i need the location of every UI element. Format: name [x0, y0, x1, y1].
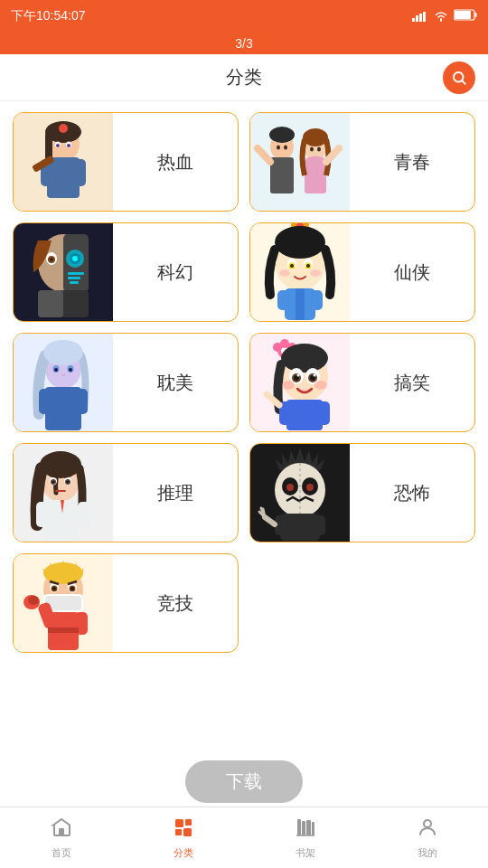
- download-button[interactable]: 下载: [185, 760, 303, 803]
- card-image-xianxia: [250, 222, 350, 322]
- char-sports: [14, 553, 113, 653]
- svg-point-94: [282, 381, 295, 390]
- category-hotblood[interactable]: 热血: [13, 112, 239, 212]
- svg-point-83: [280, 339, 289, 348]
- svg-rect-76: [39, 389, 52, 414]
- svg-rect-112: [78, 502, 90, 527]
- char-xianxia: [250, 222, 350, 322]
- category-label-comedy: 搞笑: [350, 371, 474, 395]
- category-horror[interactable]: 恐怖: [249, 443, 475, 542]
- nav-profile-label: 我的: [418, 846, 437, 860]
- svg-rect-156: [306, 820, 311, 835]
- svg-rect-66: [310, 290, 323, 310]
- svg-rect-98: [317, 401, 330, 425]
- category-sports[interactable]: 竞技: [13, 553, 239, 653]
- card-image-sports: [14, 553, 113, 653]
- nav-home[interactable]: 首页: [0, 807, 122, 868]
- status-bar: 下午10:54:07: [0, 0, 488, 33]
- svg-point-55: [275, 226, 325, 259]
- svg-rect-111: [36, 502, 49, 527]
- svg-rect-44: [68, 272, 84, 275]
- nav-profile[interactable]: 我的: [366, 807, 488, 868]
- category-grid: 热血: [0, 101, 488, 664]
- svg-rect-150: [175, 819, 183, 827]
- card-image-scifi: [14, 222, 113, 322]
- char-youth: [250, 112, 350, 212]
- svg-point-74: [69, 368, 72, 372]
- svg-rect-48: [38, 290, 63, 317]
- category-label-mystery: 推理: [113, 481, 238, 505]
- svg-point-142: [70, 587, 74, 590]
- nav-bookshelf[interactable]: 书架: [244, 807, 366, 868]
- svg-rect-154: [297, 819, 301, 835]
- page-title: 分类: [226, 65, 262, 90]
- svg-point-107: [52, 481, 55, 484]
- svg-rect-3: [423, 12, 426, 22]
- char-mystery: [14, 443, 113, 542]
- card-image-hotblood: [14, 112, 113, 212]
- bookshelf-icon: [295, 816, 316, 844]
- svg-rect-153: [183, 828, 192, 836]
- svg-rect-5: [455, 11, 471, 19]
- category-icon: [173, 816, 194, 844]
- card-image-youth: [250, 112, 350, 212]
- category-label-xianxia: 仙侠: [350, 260, 474, 285]
- svg-line-8: [462, 80, 465, 83]
- wifi-icon: [434, 11, 448, 22]
- category-mystery[interactable]: 推理: [13, 443, 239, 542]
- category-label-beauty: 耽美: [113, 371, 238, 395]
- svg-rect-77: [75, 389, 88, 414]
- category-label-sports: 竞技: [113, 591, 238, 616]
- status-time: 下午10:54:07: [11, 8, 86, 24]
- svg-rect-155: [302, 821, 305, 835]
- battery-icon: [454, 9, 477, 21]
- char-scifi: [14, 222, 113, 322]
- svg-point-33: [310, 147, 314, 152]
- svg-rect-152: [175, 829, 182, 835]
- svg-rect-45: [68, 277, 80, 279]
- char-hotblood: [14, 112, 113, 212]
- svg-point-19: [67, 144, 70, 147]
- svg-rect-1: [416, 15, 418, 22]
- svg-point-148: [28, 596, 39, 605]
- nav-category[interactable]: 分类: [122, 807, 244, 868]
- svg-rect-146: [48, 627, 79, 633]
- svg-rect-0: [412, 18, 415, 22]
- svg-point-70: [43, 340, 83, 365]
- svg-rect-151: [185, 819, 192, 826]
- category-comedy[interactable]: 搞笑: [249, 333, 475, 432]
- svg-rect-2: [419, 14, 422, 22]
- svg-point-60: [290, 264, 294, 268]
- char-beauty: [14, 333, 113, 432]
- category-label-youth: 青春: [350, 150, 474, 175]
- svg-point-62: [279, 269, 290, 277]
- svg-point-159: [424, 820, 431, 827]
- category-label-horror: 恐怖: [350, 481, 474, 505]
- svg-point-61: [306, 264, 310, 268]
- char-comedy: [250, 333, 350, 432]
- card-image-comedy: [250, 333, 350, 432]
- svg-point-93: [314, 374, 316, 377]
- category-beauty[interactable]: 耽美: [13, 333, 239, 432]
- category-youth[interactable]: 青春: [249, 112, 475, 212]
- svg-point-40: [72, 256, 78, 261]
- category-xianxia[interactable]: 仙侠: [249, 222, 475, 322]
- category-scifi[interactable]: 科幻: [13, 222, 239, 322]
- svg-point-92: [297, 374, 300, 377]
- svg-rect-65: [277, 290, 290, 310]
- svg-point-141: [52, 587, 56, 590]
- svg-rect-46: [70, 281, 79, 284]
- svg-point-95: [314, 381, 327, 390]
- battery-level: [454, 9, 477, 24]
- signal-icon: [412, 11, 428, 22]
- svg-point-32: [284, 146, 287, 150]
- svg-point-25: [269, 127, 295, 143]
- nav-category-label: 分类: [174, 846, 193, 860]
- search-button[interactable]: [443, 61, 475, 94]
- svg-point-108: [67, 481, 70, 484]
- svg-point-18: [56, 144, 60, 147]
- nav-home-label: 首页: [52, 846, 71, 860]
- svg-point-134: [43, 562, 83, 584]
- svg-rect-149: [59, 828, 64, 835]
- svg-point-28: [303, 128, 328, 146]
